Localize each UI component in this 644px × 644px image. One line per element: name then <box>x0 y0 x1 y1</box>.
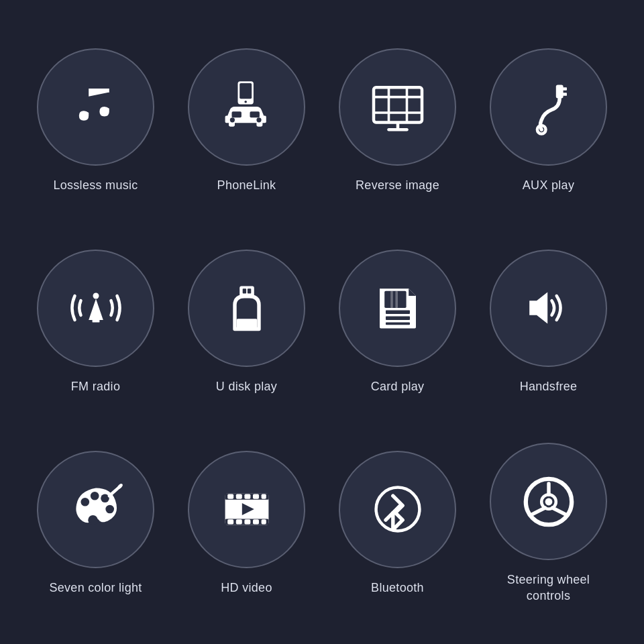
feature-u-disk-play: U disk play <box>178 228 315 416</box>
svg-rect-24 <box>247 288 250 293</box>
svg-rect-23 <box>242 288 246 293</box>
label-aux-play: AUX play <box>523 178 574 193</box>
circle-seven-color-light <box>37 451 154 568</box>
fm-radio-icon <box>66 278 126 338</box>
svg-rect-1 <box>239 83 252 99</box>
svg-rect-32 <box>395 291 398 308</box>
label-phonelink: PhoneLink <box>217 178 276 193</box>
svg-point-2 <box>244 101 247 103</box>
steering-wheel-icon <box>519 472 579 532</box>
label-steering-wheel: Steering wheel controls <box>507 572 590 604</box>
svg-rect-15 <box>561 87 566 91</box>
svg-rect-50 <box>227 520 233 525</box>
label-fm-radio: FM radio <box>71 379 120 394</box>
svg-rect-54 <box>261 520 266 525</box>
svg-line-39 <box>109 488 118 496</box>
svg-line-61 <box>552 508 567 515</box>
label-seven-color-light: Seven color light <box>49 580 142 596</box>
feature-lossless-music: Lossless music <box>27 27 164 215</box>
svg-point-6 <box>256 117 261 122</box>
circle-u-disk-play <box>188 250 305 367</box>
svg-rect-44 <box>227 494 233 499</box>
circle-fm-radio <box>37 250 154 367</box>
svg-point-62 <box>545 498 552 505</box>
svg-rect-22 <box>239 286 254 299</box>
label-card-play: Card play <box>371 379 425 394</box>
svg-rect-14 <box>555 85 563 99</box>
svg-line-60 <box>531 508 545 515</box>
speaker-icon <box>519 278 579 338</box>
svg-point-18 <box>540 129 543 131</box>
circle-aux-play <box>490 48 607 166</box>
video-icon <box>217 479 277 539</box>
feature-handsfree: Handsfree <box>480 228 617 416</box>
label-hd-video: HD video <box>221 580 272 596</box>
svg-rect-30 <box>386 323 410 325</box>
svg-point-21 <box>93 293 99 299</box>
label-u-disk-play: U disk play <box>216 379 277 394</box>
svg-rect-46 <box>244 494 250 499</box>
bluetooth-icon <box>368 479 428 539</box>
svg-rect-3 <box>231 111 241 117</box>
svg-rect-25 <box>236 319 257 329</box>
feature-phonelink: PhoneLink <box>178 27 315 215</box>
phonelink-icon <box>217 76 277 137</box>
circle-lossless-music <box>37 48 154 166</box>
feature-seven-color-light: Seven color light <box>27 429 164 617</box>
label-reverse-image: Reverse image <box>356 178 439 193</box>
svg-point-35 <box>90 492 99 500</box>
svg-marker-19 <box>89 299 103 321</box>
svg-point-37 <box>105 505 114 514</box>
svg-marker-33 <box>529 292 547 324</box>
card-icon <box>368 278 428 338</box>
svg-rect-20 <box>92 319 99 322</box>
svg-point-34 <box>80 498 89 506</box>
svg-point-5 <box>229 117 234 122</box>
feature-reverse-image: Reverse image <box>329 27 466 215</box>
feature-steering-wheel: Steering wheel controls <box>480 429 617 617</box>
circle-steering-wheel <box>490 443 607 560</box>
circle-reverse-image <box>339 48 456 166</box>
svg-rect-4 <box>250 111 259 117</box>
feature-fm-radio: FM radio <box>27 228 164 416</box>
circle-hd-video <box>188 451 305 568</box>
svg-rect-48 <box>261 494 266 499</box>
feature-aux-play: AUX play <box>480 27 617 215</box>
aux-icon <box>519 76 579 137</box>
circle-phonelink <box>188 48 305 166</box>
svg-point-38 <box>88 515 97 525</box>
label-handsfree: Handsfree <box>520 379 578 394</box>
music-icon <box>66 76 126 137</box>
feature-card-play: Card play <box>329 228 466 416</box>
palette-icon <box>66 479 126 539</box>
feature-bluetooth: Bluetooth <box>329 429 466 617</box>
svg-rect-51 <box>235 520 241 525</box>
label-lossless-music: Lossless music <box>53 178 138 193</box>
circle-handsfree <box>490 250 607 367</box>
usb-icon <box>217 278 277 338</box>
circle-bluetooth <box>339 451 456 568</box>
reverse-image-icon <box>368 76 428 137</box>
svg-rect-52 <box>244 520 250 525</box>
svg-rect-16 <box>561 93 566 97</box>
svg-rect-28 <box>386 311 410 314</box>
svg-rect-29 <box>386 317 410 320</box>
label-bluetooth: Bluetooth <box>371 580 424 596</box>
svg-rect-31 <box>390 291 393 308</box>
feature-hd-video: HD video <box>178 429 315 617</box>
svg-rect-45 <box>235 494 241 499</box>
svg-marker-26 <box>409 288 416 296</box>
svg-rect-53 <box>253 520 259 525</box>
svg-rect-47 <box>253 494 259 499</box>
feature-grid: Lossless music PhoneLink <box>0 0 644 644</box>
svg-rect-7 <box>374 87 422 122</box>
circle-card-play <box>339 250 456 367</box>
